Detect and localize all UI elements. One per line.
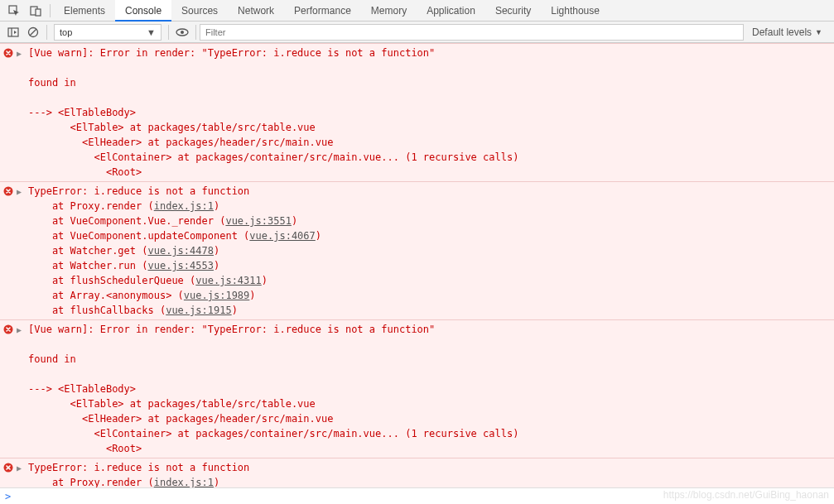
error-icon	[3, 48, 13, 58]
console-error-message: ▶[Vue warn]: Error in render: "TypeError…	[0, 43, 834, 181]
tab-network[interactable]: Network	[228, 0, 284, 22]
svg-marker-5	[14, 31, 17, 34]
message-body: [Vue warn]: Error in render: "TypeError:…	[28, 46, 829, 180]
console-prompt[interactable]: >	[0, 487, 834, 504]
inspect-element-icon[interactable]	[3, 0, 25, 22]
chevron-down-icon: ▼	[147, 27, 156, 37]
log-levels-label: Default levels	[752, 26, 812, 38]
svg-rect-2	[36, 9, 41, 16]
expand-arrow-icon[interactable]: ▶	[17, 462, 25, 474]
source-link[interactable]: vue.js:4311	[195, 275, 261, 286]
chevron-down-icon: ▼	[815, 28, 822, 36]
svg-line-7	[30, 29, 36, 36]
source-link[interactable]: vue.js:4553	[148, 260, 214, 271]
svg-rect-3	[8, 28, 18, 36]
source-link[interactable]: vue.js:3551	[225, 215, 291, 227]
error-icon	[3, 324, 13, 334]
filter-input[interactable]	[200, 24, 744, 41]
console-output: ▶[Vue warn]: Error in render: "TypeError…	[0, 43, 834, 487]
svg-point-9	[181, 31, 184, 34]
separator	[50, 4, 51, 17]
devtools-tabs: ElementsConsoleSourcesNetworkPerformance…	[0, 0, 834, 22]
message-body: TypeError: i.reduce is not a function at…	[28, 184, 829, 318]
error-icon	[3, 186, 13, 196]
tab-console[interactable]: Console	[115, 0, 171, 22]
tab-security[interactable]: Security	[485, 0, 541, 22]
separator	[168, 25, 169, 40]
console-error-message: ▶TypeError: i.reduce is not a function a…	[0, 458, 834, 487]
source-link[interactable]: vue.js:4067	[249, 230, 315, 242]
device-toolbar-icon[interactable]	[25, 0, 46, 22]
clear-console-icon[interactable]	[23, 22, 43, 42]
console-toolbar: top ▼ Default levels ▼	[0, 22, 834, 43]
source-link[interactable]: index.js:1	[154, 477, 214, 487]
source-link[interactable]: vue.js:1915	[166, 305, 231, 316]
console-error-message: ▶TypeError: i.reduce is not a function a…	[0, 181, 834, 319]
message-body: [Vue warn]: Error in render: "TypeError:…	[28, 322, 829, 456]
separator	[195, 25, 196, 40]
source-link[interactable]: vue.js:1989	[184, 290, 249, 301]
expand-arrow-icon[interactable]: ▶	[17, 185, 25, 198]
log-levels-selector[interactable]: Default levels ▼	[744, 26, 831, 38]
sidebar-toggle-icon[interactable]	[3, 22, 23, 42]
live-expression-icon[interactable]	[172, 22, 192, 42]
tab-application[interactable]: Application	[417, 0, 485, 22]
tab-lighthouse[interactable]: Lighthouse	[541, 0, 610, 22]
tab-sources[interactable]: Sources	[171, 0, 228, 22]
tab-memory[interactable]: Memory	[361, 0, 417, 22]
source-link[interactable]: vue.js:4478	[148, 245, 214, 257]
context-selector-value: top	[60, 27, 72, 37]
separator	[46, 25, 47, 40]
source-link[interactable]: index.js:1	[154, 200, 214, 212]
error-icon	[3, 463, 13, 473]
expand-arrow-icon[interactable]: ▶	[17, 324, 25, 336]
tab-elements[interactable]: Elements	[54, 0, 115, 22]
context-selector[interactable]: top ▼	[54, 24, 161, 41]
console-error-message: ▶[Vue warn]: Error in render: "TypeError…	[0, 319, 834, 458]
message-body: TypeError: i.reduce is not a function at…	[28, 460, 829, 487]
tab-performance[interactable]: Performance	[284, 0, 361, 22]
prompt-chevron-icon: >	[5, 491, 11, 502]
expand-arrow-icon[interactable]: ▶	[17, 47, 25, 60]
